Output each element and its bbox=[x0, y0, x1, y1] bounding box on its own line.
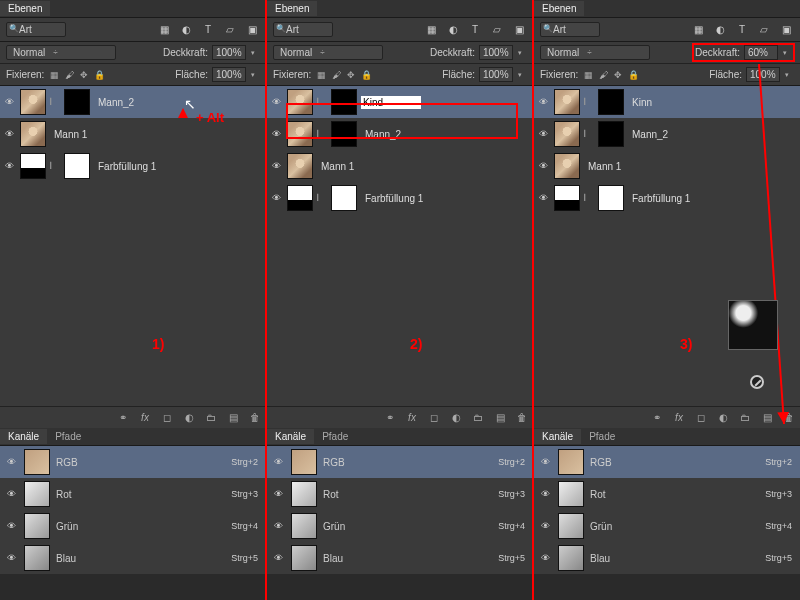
filter-smart-icon[interactable]: ▣ bbox=[778, 23, 794, 37]
layer-row[interactable]: 👁𝄃 Kinn bbox=[534, 86, 800, 118]
opacity-value[interactable]: 100% bbox=[479, 45, 513, 60]
layer-new-icon[interactable]: ▤ bbox=[493, 411, 507, 425]
layer-name[interactable]: Farbfüllung 1 bbox=[632, 193, 690, 204]
lock-image-icon[interactable]: 🖌 bbox=[63, 69, 75, 81]
tab-layers[interactable]: Ebenen bbox=[0, 1, 50, 16]
filter-smart-icon[interactable]: ▣ bbox=[511, 23, 527, 37]
mask-link-icon[interactable]: 𝄃 bbox=[50, 97, 60, 108]
filter-kind[interactable]: Art bbox=[540, 22, 600, 37]
blend-mode-select[interactable]: Normal bbox=[540, 45, 650, 60]
mask-new-icon[interactable]: ◻ bbox=[160, 411, 174, 425]
link-layers-icon[interactable]: ⚭ bbox=[116, 411, 130, 425]
filter-adjust-icon[interactable]: ◐ bbox=[445, 23, 461, 37]
tab-paths[interactable]: Pfade bbox=[47, 429, 89, 444]
visibility-icon[interactable]: 👁 bbox=[2, 127, 16, 141]
blend-mode-select[interactable]: Normal bbox=[6, 45, 116, 60]
filter-shape-icon[interactable]: ▱ bbox=[489, 23, 505, 37]
filter-pixel-icon[interactable]: ▦ bbox=[156, 23, 172, 37]
opacity-value[interactable]: 60% bbox=[744, 45, 778, 60]
layer-thumbnail[interactable] bbox=[287, 89, 313, 115]
adjustment-new-icon[interactable]: ◐ bbox=[449, 411, 463, 425]
adjustment-new-icon[interactable]: ◐ bbox=[716, 411, 730, 425]
filter-kind[interactable]: Art bbox=[6, 22, 66, 37]
filter-pixel-icon[interactable]: ▦ bbox=[423, 23, 439, 37]
layer-name[interactable]: Farbfüllung 1 bbox=[98, 161, 156, 172]
visibility-icon[interactable]: 👁 bbox=[2, 159, 16, 173]
tab-layers[interactable]: Ebenen bbox=[534, 1, 584, 16]
fx-icon[interactable]: fx bbox=[405, 411, 419, 425]
channel-row[interactable]: 👁 Blau Strg+5 bbox=[0, 542, 266, 574]
layer-name[interactable]: Mann_2 bbox=[632, 129, 668, 140]
layer-thumbnail[interactable] bbox=[20, 121, 46, 147]
layer-name[interactable]: Farbfüllung 1 bbox=[365, 193, 423, 204]
channel-row[interactable]: 👁 Rot Strg+3 bbox=[0, 478, 266, 510]
layer-name[interactable]: Mann 1 bbox=[321, 161, 354, 172]
lock-transparent-icon[interactable]: ▦ bbox=[48, 69, 60, 81]
visibility-icon[interactable]: 👁 bbox=[2, 95, 16, 109]
layer-new-icon[interactable]: ▤ bbox=[760, 411, 774, 425]
visibility-icon[interactable]: 👁 bbox=[269, 95, 283, 109]
tab-channels[interactable]: Kanäle bbox=[534, 429, 581, 444]
trash-icon[interactable]: 🗑 bbox=[515, 411, 529, 425]
fill-value[interactable]: 100% bbox=[479, 67, 513, 82]
adjustment-new-icon[interactable]: ◐ bbox=[182, 411, 196, 425]
filter-adjust-icon[interactable]: ◐ bbox=[178, 23, 194, 37]
fill-value[interactable]: 100% bbox=[746, 67, 780, 82]
layer-name[interactable]: Mann 1 bbox=[588, 161, 621, 172]
layer-row[interactable]: 👁 Mann 1 bbox=[534, 150, 800, 182]
mask-thumbnail[interactable] bbox=[64, 153, 90, 179]
layer-row[interactable]: 👁 Mann 1 bbox=[0, 118, 266, 150]
layer-name[interactable]: Kinn bbox=[632, 97, 652, 108]
tab-channels[interactable]: Kanäle bbox=[0, 429, 47, 444]
filter-kind[interactable]: Art bbox=[273, 22, 333, 37]
filter-type-icon[interactable]: T bbox=[200, 23, 216, 37]
filter-type-icon[interactable]: T bbox=[734, 23, 750, 37]
layer-rename-input[interactable] bbox=[361, 96, 421, 109]
link-layers-icon[interactable]: ⚭ bbox=[383, 411, 397, 425]
visibility-icon[interactable]: 👁 bbox=[4, 455, 18, 469]
channel-row[interactable]: 👁 Grün Strg+4 bbox=[0, 510, 266, 542]
mask-thumbnail[interactable] bbox=[64, 89, 90, 115]
opacity-value[interactable]: 100% bbox=[212, 45, 246, 60]
blend-mode-select[interactable]: Normal bbox=[273, 45, 383, 60]
layer-row[interactable]: 👁𝄃 Mann_2 bbox=[267, 118, 533, 150]
lock-position-icon[interactable]: ✥ bbox=[78, 69, 90, 81]
fx-icon[interactable]: fx bbox=[672, 411, 686, 425]
layer-row[interactable]: 👁 𝄃 Mann_2 bbox=[0, 86, 266, 118]
lock-all-icon[interactable]: 🔒 bbox=[93, 69, 105, 81]
filter-shape-icon[interactable]: ▱ bbox=[756, 23, 772, 37]
trash-icon[interactable]: 🗑 bbox=[782, 411, 796, 425]
layer-row[interactable]: 👁 𝄃 bbox=[267, 86, 533, 118]
visibility-icon[interactable]: 👁 bbox=[4, 551, 18, 565]
tab-paths[interactable]: Pfade bbox=[581, 429, 623, 444]
visibility-icon[interactable]: 👁 bbox=[4, 519, 18, 533]
filter-shape-icon[interactable]: ▱ bbox=[222, 23, 238, 37]
layer-thumbnail[interactable] bbox=[20, 153, 46, 179]
group-new-icon[interactable]: 🗀 bbox=[204, 411, 218, 425]
filter-smart-icon[interactable]: ▣ bbox=[244, 23, 260, 37]
filter-pixel-icon[interactable]: ▦ bbox=[690, 23, 706, 37]
layer-name[interactable]: Mann_2 bbox=[365, 129, 401, 140]
mask-link-icon[interactable]: 𝄃 bbox=[50, 161, 60, 172]
layer-row[interactable]: 👁𝄃 Farbfüllung 1 bbox=[534, 182, 800, 214]
layer-name[interactable]: Mann_2 bbox=[98, 97, 134, 108]
fx-icon[interactable]: fx bbox=[138, 411, 152, 425]
layer-new-icon[interactable]: ▤ bbox=[226, 411, 240, 425]
tab-layers[interactable]: Ebenen bbox=[267, 1, 317, 16]
mask-new-icon[interactable]: ◻ bbox=[694, 411, 708, 425]
layer-name[interactable]: Mann 1 bbox=[54, 129, 87, 140]
fill-value[interactable]: 100% bbox=[212, 67, 246, 82]
filter-adjust-icon[interactable]: ◐ bbox=[712, 23, 728, 37]
mask-new-icon[interactable]: ◻ bbox=[427, 411, 441, 425]
layer-row[interactable]: 👁𝄃 Farbfüllung 1 bbox=[267, 182, 533, 214]
mask-thumbnail[interactable] bbox=[331, 89, 357, 115]
layer-thumbnail[interactable] bbox=[20, 89, 46, 115]
channel-row[interactable]: 👁 RGB Strg+2 bbox=[0, 446, 266, 478]
trash-icon[interactable]: 🗑 bbox=[248, 411, 262, 425]
group-new-icon[interactable]: 🗀 bbox=[471, 411, 485, 425]
visibility-icon[interactable]: 👁 bbox=[4, 487, 18, 501]
layer-row[interactable]: 👁 𝄃 Farbfüllung 1 bbox=[0, 150, 266, 182]
tab-channels[interactable]: Kanäle bbox=[267, 429, 314, 444]
layer-row[interactable]: 👁 Mann 1 bbox=[267, 150, 533, 182]
group-new-icon[interactable]: 🗀 bbox=[738, 411, 752, 425]
